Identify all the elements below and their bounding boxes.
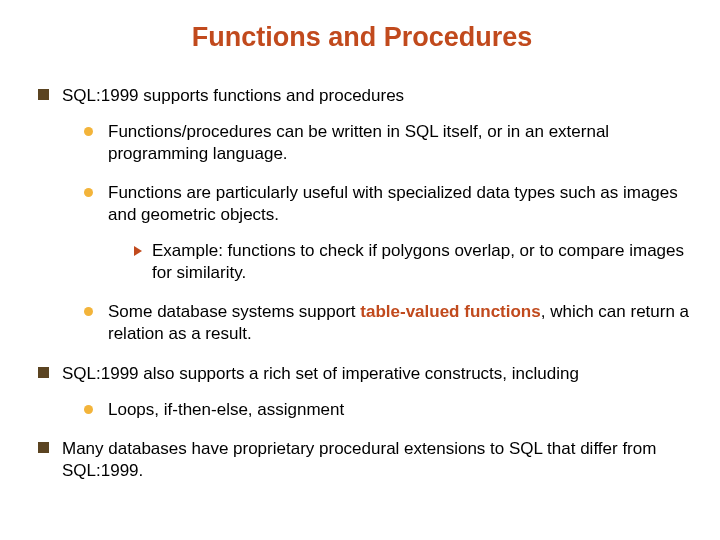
- slide: Functions and Procedures SQL:1999 suppor…: [0, 0, 720, 540]
- bullet-1b-example: Example: functions to check if polygons …: [134, 240, 692, 284]
- bullet-3: Many databases have proprietary procedur…: [38, 438, 692, 482]
- bullet-1b: Functions are particularly useful with s…: [84, 182, 692, 283]
- bullet-2a: Loops, if-then-else, assignment: [84, 399, 692, 421]
- bullet-1-sublist: Functions/procedures can be written in S…: [62, 121, 692, 345]
- bullet-1c-pre: Some database systems support: [108, 302, 360, 321]
- bullet-1-text: SQL:1999 supports functions and procedur…: [62, 86, 404, 105]
- bullet-1a: Functions/procedures can be written in S…: [84, 121, 692, 165]
- bullet-2-sublist: Loops, if-then-else, assignment: [62, 399, 692, 421]
- bullet-2-text: SQL:1999 also supports a rich set of imp…: [62, 364, 579, 383]
- bullet-2: SQL:1999 also supports a rich set of imp…: [38, 363, 692, 421]
- bullet-list: SQL:1999 supports functions and procedur…: [32, 85, 692, 482]
- bullet-1b-sublist: Example: functions to check if polygons …: [108, 240, 692, 284]
- bullet-1: SQL:1999 supports functions and procedur…: [38, 85, 692, 345]
- bullet-1c-em: table-valued functions: [360, 302, 540, 321]
- bullet-1b-text: Functions are particularly useful with s…: [108, 183, 678, 224]
- bullet-1c: Some database systems support table-valu…: [84, 301, 692, 345]
- slide-title: Functions and Procedures: [32, 22, 692, 53]
